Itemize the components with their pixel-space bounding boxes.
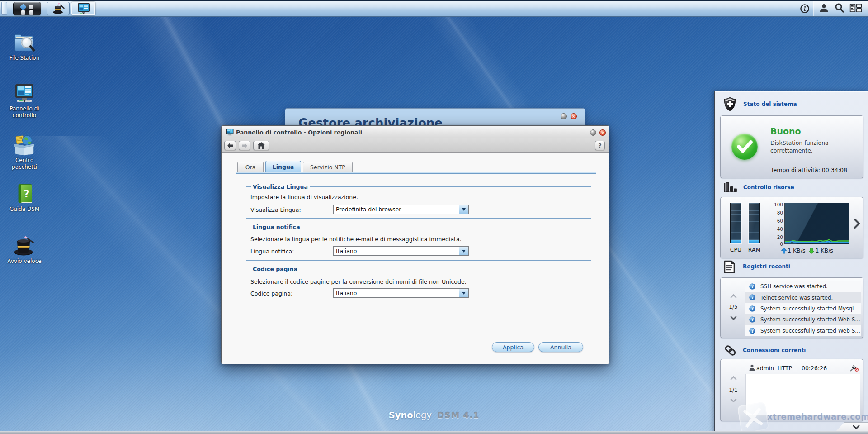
- network-throughput: 1 KB/s 1 KB/s: [781, 247, 833, 254]
- control-panel-icon: [3, 83, 46, 104]
- page-up-button[interactable]: [730, 294, 737, 298]
- page-indicator: 1/5: [725, 304, 741, 310]
- select-dropdown-arrow-icon[interactable]: [459, 205, 468, 214]
- window-titlebar[interactable]: Pannello di controllo - Opzioni regional…: [222, 126, 609, 138]
- widgets-sidebar: Stato del sistema Buono DiskStation funz…: [714, 91, 868, 434]
- search-button[interactable]: [835, 3, 844, 14]
- tab-ora[interactable]: Ora: [237, 162, 264, 172]
- user-icon: [819, 3, 829, 13]
- desktop-icon-label: File Station: [3, 55, 46, 62]
- home-button[interactable]: [253, 141, 269, 150]
- taskbar: [0, 0, 868, 17]
- apply-button[interactable]: Applica: [492, 342, 534, 352]
- connection-row[interactable]: admin HTTP 00:26:26: [745, 363, 861, 374]
- y-tick: 0: [768, 241, 783, 247]
- desktop-icon-label: Guida DSM: [3, 206, 46, 213]
- search-icon: [835, 3, 844, 13]
- desktop-icon-centro-pacchetti[interactable]: Centro pacchetti: [3, 134, 46, 170]
- log-row[interactable]: i System successfully started Mysql...: [745, 303, 861, 314]
- desktop-icon-avvio-veloce[interactable]: Avvio veloce: [3, 235, 46, 265]
- cancel-button[interactable]: Annulla: [538, 342, 583, 352]
- status-value: Buono: [770, 126, 801, 136]
- window-title: Pannello di controllo - Opzioni regional…: [236, 129, 362, 136]
- taskbar-item-avvio-veloce[interactable]: [47, 2, 70, 15]
- cancel-label: Annulla: [550, 344, 571, 351]
- close-button[interactable]: [599, 129, 606, 136]
- back-button[interactable]: [224, 141, 236, 150]
- group-lingua-notifica: Lingua notifica Selezionare la lingua pe…: [246, 227, 591, 261]
- tabstrip-underline: [236, 172, 596, 174]
- user-icon: [749, 364, 755, 372]
- ram-gauge: [749, 203, 760, 243]
- window-content: Ora Lingua Servizio NTP Visualizza Lingu…: [222, 153, 609, 364]
- select-dropdown-arrow-icon[interactable]: [459, 289, 468, 297]
- control-panel-icon: [226, 128, 234, 138]
- disconnect-icon[interactable]: [850, 365, 859, 373]
- show-desktop-button[interactable]: [1, 2, 7, 15]
- expand-resource-monitor-button[interactable]: [854, 219, 860, 230]
- taskbar-item-pannello-di-controllo[interactable]: [71, 2, 95, 15]
- log-document-icon: [724, 260, 735, 273]
- window-toolbar: ?: [222, 138, 609, 153]
- display-language-select[interactable]: Predefinita del browser: [333, 205, 469, 214]
- tab-lingua[interactable]: Lingua: [265, 161, 301, 172]
- forward-button[interactable]: [239, 141, 250, 150]
- log-row[interactable]: i System successfully started Web S...: [745, 325, 861, 336]
- field-label: Codice pagina:: [250, 290, 292, 297]
- page-down-button[interactable]: [730, 316, 737, 320]
- pilot-view-button[interactable]: [849, 3, 862, 14]
- tab-label: Servizio NTP: [310, 164, 345, 171]
- cpu-label: CPU: [726, 246, 745, 253]
- tab-servizio-ntp[interactable]: Servizio NTP: [303, 162, 353, 172]
- tab-label: Ora: [245, 164, 256, 171]
- minimize-button[interactable]: [561, 113, 567, 119]
- info-icon: i: [749, 328, 755, 335]
- section-title: Controllo risorse: [743, 184, 794, 191]
- section-recent-logs: Registri recenti: [724, 259, 790, 274]
- desktop-icon-guida-dsm[interactable]: ? Guida DSM: [3, 184, 46, 213]
- status-description: DiskStation funziona correttamente.: [770, 139, 861, 154]
- log-text: System successfully started Web S...: [760, 328, 860, 334]
- notification-language-select[interactable]: Italiano: [333, 246, 469, 256]
- connection-user: admin: [756, 365, 774, 372]
- chevron-down-icon: [853, 425, 860, 429]
- log-row[interactable]: i System successfully started Web S...: [745, 314, 861, 325]
- page-up-button[interactable]: [730, 376, 737, 380]
- desktop-icon-pannello-di-controllo[interactable]: Pannello di controllo: [3, 83, 46, 119]
- select-value: Predefinita del browser: [336, 206, 401, 213]
- resource-monitor-card: CPU RAM 100 80 60 40 20 0 1 KB/s 1 KB/s: [720, 197, 863, 258]
- help-label: ?: [598, 142, 602, 149]
- info-button[interactable]: [800, 4, 809, 13]
- main-menu-grid-icon: [29, 10, 33, 15]
- minimize-button[interactable]: [590, 129, 596, 136]
- upload-arrow-icon: [781, 248, 787, 254]
- desktop-icon-label: Centro pacchetti: [3, 157, 46, 170]
- pilot-view-icon: [849, 3, 862, 13]
- select-dropdown-arrow-icon[interactable]: [459, 247, 468, 255]
- codepage-select[interactable]: Italiano: [333, 288, 469, 298]
- file-station-icon: [3, 32, 46, 53]
- collapse-sidebar-button[interactable]: [835, 422, 868, 432]
- page-down-button[interactable]: [730, 398, 737, 403]
- apply-label: Applica: [503, 344, 524, 351]
- shield-icon: [724, 97, 736, 111]
- desktop-icon-label: Pannello di controllo: [3, 105, 46, 119]
- graph-y-axis: 100 80 60 40 20 0: [768, 202, 783, 252]
- log-row[interactable]: i Telnet service was started.: [745, 292, 861, 303]
- logo-logy: logy: [413, 410, 432, 420]
- close-button[interactable]: [571, 113, 577, 119]
- group-description: Selezionare la lingua per le notifiche e…: [250, 236, 462, 243]
- dsm-help-icon: ?: [3, 184, 46, 205]
- help-button[interactable]: ?: [595, 141, 605, 150]
- info-icon: [800, 4, 809, 13]
- log-text: System successfully started Mysql...: [760, 305, 859, 312]
- user-button[interactable]: [819, 3, 829, 14]
- section-title: Registri recenti: [743, 263, 790, 270]
- main-menu-button[interactable]: [13, 2, 41, 15]
- desktop-icon-file-station[interactable]: File Station: [3, 32, 46, 62]
- log-row[interactable]: i SSH service was started.: [745, 281, 861, 292]
- y-tick: 60: [768, 218, 783, 224]
- cpu-gauge: [730, 203, 741, 243]
- field-label: Lingua notifica:: [250, 248, 294, 255]
- recent-logs-card: 1/5 i SSH service was started. i Telnet …: [720, 277, 863, 338]
